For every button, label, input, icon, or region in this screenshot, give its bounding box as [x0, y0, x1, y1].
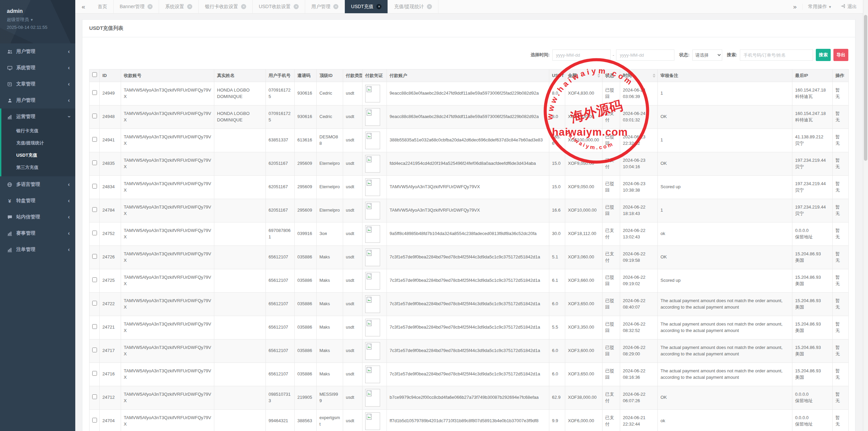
row-checkbox[interactable]	[92, 137, 97, 142]
row-action[interactable]: 暂无	[833, 409, 849, 431]
payment-voucher-thumbnail[interactable]	[365, 132, 380, 149]
payment-voucher-thumbnail[interactable]	[365, 225, 380, 243]
payment-voucher-thumbnail[interactable]	[365, 202, 380, 219]
row-checkbox[interactable]	[92, 348, 97, 352]
payment-voucher-thumbnail[interactable]	[365, 155, 380, 173]
row-action[interactable]: 暂无	[833, 386, 849, 409]
payment-voucher-thumbnail[interactable]	[365, 108, 380, 126]
sidebar-item-站内信管理[interactable]: 站内信管理‹	[0, 209, 75, 225]
tab-close-icon[interactable]: ×	[241, 4, 246, 9]
column-header-时间[interactable]: 时间	[620, 70, 658, 82]
row-action[interactable]: 暂无	[833, 152, 849, 175]
tab-USDT充值[interactable]: USDT充值×	[345, 0, 388, 13]
row-action[interactable]: 暂无	[833, 292, 849, 316]
sidebar-item-用户管理[interactable]: 用户管理‹	[0, 43, 75, 60]
tab-银行卡收款设置[interactable]: 银行卡收款设置×	[199, 0, 253, 13]
row-checkbox[interactable]	[92, 277, 97, 282]
row-checkbox[interactable]	[92, 394, 97, 399]
row-action[interactable]: 暂无	[833, 82, 849, 105]
row-action[interactable]: 暂无	[833, 199, 849, 222]
sidebar-subitem-USDT充值[interactable]: USDT充值	[1, 149, 75, 161]
scrollbar-thumb[interactable]	[864, 15, 867, 161]
export-button[interactable]: 导出	[833, 49, 848, 61]
row-action[interactable]: 暂无	[833, 316, 849, 339]
tab-USDT收款设置[interactable]: USDT收款设置×	[253, 0, 305, 13]
payment-voucher-thumbnail[interactable]	[365, 366, 380, 383]
row-real-name	[214, 292, 266, 316]
sidebar-item-文章管理[interactable]: 文章管理‹	[0, 76, 75, 92]
row-amount: XOF3,350.00	[565, 316, 603, 339]
sidebar-item-注单管理[interactable]: 注单管理‹	[0, 241, 75, 258]
payment-voucher-thumbnail[interactable]	[365, 389, 380, 407]
tab-系统设置[interactable]: 系统设置×	[159, 0, 199, 13]
row-action[interactable]: 暂无	[833, 105, 849, 129]
row-status: 已支付	[603, 246, 620, 269]
row-checkbox[interactable]	[92, 207, 97, 212]
payment-voucher-thumbnail[interactable]	[365, 85, 380, 102]
row-checkbox[interactable]	[92, 184, 97, 189]
row-checkbox[interactable]	[92, 324, 97, 329]
sort-icon[interactable]	[597, 74, 600, 78]
column-header-金额[interactable]: 金额	[565, 70, 603, 82]
tab-Banner管理[interactable]: Banner管理×	[114, 0, 159, 13]
sidebar-subitem-充值/提现统计[interactable]: 充值/提现统计	[1, 137, 75, 149]
search-input[interactable]	[740, 50, 813, 61]
status-select[interactable]: 请选择	[692, 50, 722, 61]
sidebar-subitem-第三方充值[interactable]: 第三方充值	[1, 161, 75, 174]
select-all-checkbox[interactable]	[92, 72, 97, 77]
tabs-scroll-right-button[interactable]: »	[787, 3, 802, 11]
search-button[interactable]: 搜索	[816, 49, 831, 61]
payment-voucher-thumbnail[interactable]	[365, 295, 380, 313]
row-action[interactable]: 暂无	[833, 129, 849, 152]
sidebar-item-多语言管理[interactable]: 多语言管理‹	[0, 176, 75, 193]
tab-close-icon[interactable]: ×	[376, 4, 381, 9]
date-from-input[interactable]	[552, 50, 611, 61]
tab-close-icon[interactable]: ×	[187, 4, 192, 9]
row-action[interactable]: 暂无	[833, 246, 849, 269]
quick-operations-menu[interactable]: 常用操作 ▼	[802, 4, 837, 10]
row-checkbox[interactable]	[92, 114, 97, 118]
row-id: 24834	[100, 175, 121, 199]
row-checkbox[interactable]	[92, 371, 97, 376]
row-voucher-cell	[362, 409, 387, 431]
payment-voucher-thumbnail[interactable]	[365, 342, 380, 360]
sidebar-item-转盘管理[interactable]: ¥转盘管理‹	[0, 193, 75, 209]
payment-voucher-thumbnail[interactable]	[365, 178, 380, 196]
row-checkbox[interactable]	[92, 160, 97, 165]
payment-voucher-thumbnail[interactable]	[365, 272, 380, 290]
sort-icon[interactable]	[653, 74, 655, 78]
payment-voucher-thumbnail[interactable]	[365, 412, 380, 430]
tabs-scroll-left-button[interactable]: «	[75, 0, 92, 13]
sidebar-item-用户管理[interactable]: 用户管理‹	[0, 92, 75, 109]
row-action[interactable]: 暂无	[833, 363, 849, 386]
row-checkbox[interactable]	[92, 254, 97, 259]
tab-充值/提现统计[interactable]: 充值/提现统计×	[388, 0, 438, 13]
row-action[interactable]: 暂无	[833, 175, 849, 199]
tab-close-icon[interactable]: ×	[333, 4, 338, 9]
double-chevron-right-icon: »	[793, 3, 797, 10]
sidebar-item-赛事管理[interactable]: 赛事管理‹	[0, 225, 75, 241]
row-checkbox[interactable]	[92, 418, 97, 423]
payment-voucher-thumbnail[interactable]	[365, 249, 380, 266]
sidebar-item-系统管理[interactable]: 系统管理‹	[0, 60, 75, 76]
row-checkbox[interactable]	[92, 301, 97, 306]
tab-close-icon[interactable]: ×	[427, 4, 432, 9]
payment-voucher-thumbnail[interactable]	[365, 319, 380, 336]
row-action[interactable]: 暂无	[833, 339, 849, 363]
date-to-input[interactable]	[616, 50, 674, 61]
row-action[interactable]: 暂无	[833, 222, 849, 246]
row-voucher-cell	[362, 222, 387, 246]
sidebar-subitem-银行卡充值[interactable]: 银行卡充值	[1, 125, 75, 137]
tab-用户管理[interactable]: 用户管理×	[305, 0, 345, 13]
row-checkbox[interactable]	[92, 231, 97, 235]
tab-close-icon[interactable]: ×	[147, 4, 153, 9]
chevron-left-icon: ‹	[68, 248, 70, 251]
sidebar-item-运营管理[interactable]: 运营管理‹	[1, 109, 75, 125]
tab-close-icon[interactable]: ×	[294, 4, 299, 9]
row-action[interactable]: 暂无	[833, 269, 849, 292]
tab-首页[interactable]: 首页	[92, 0, 114, 13]
profile-role[interactable]: 超级管理员 ▼	[7, 17, 68, 23]
vertical-scrollbar[interactable]	[863, 0, 868, 431]
logout-button[interactable]: 退出	[837, 4, 863, 10]
row-checkbox[interactable]	[92, 90, 97, 95]
